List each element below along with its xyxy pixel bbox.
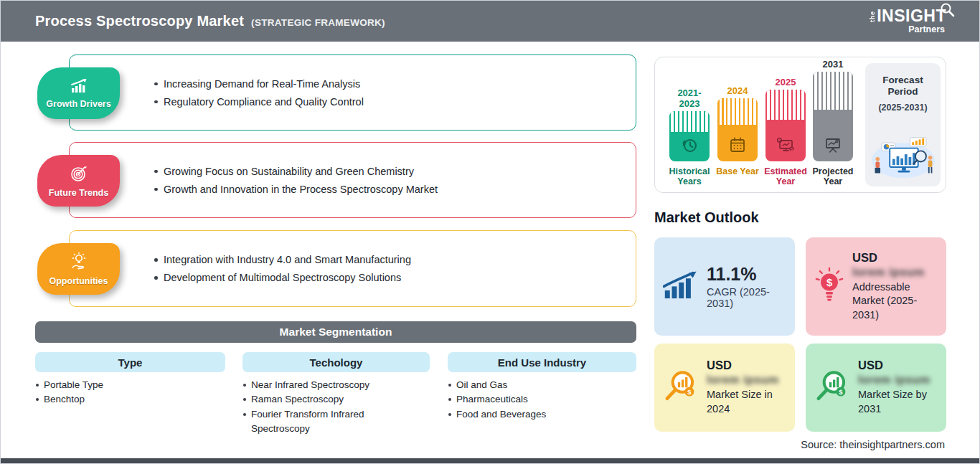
presentation-icon (823, 136, 843, 155)
research-timeline-card: 2021-2023 Historical Years 2024 Base Yea… (654, 57, 946, 193)
brand-logo-top: The INSIGHT (870, 8, 946, 24)
addressable-market-text: USD lorem ipsum Addressable Market (2025… (852, 251, 938, 323)
header-titles: Process Spectroscopy Market (STRATEGIC F… (35, 13, 385, 29)
bar: 2025 $ (765, 90, 806, 161)
forecast-period-range: (2025-2031) (878, 103, 927, 113)
timeline-bar-base: 2024 Base Year (716, 57, 759, 192)
opportunity-item: Integration with Industry 4.0 and Smart … (154, 254, 636, 265)
market-outlook-title: Market Outlook (654, 209, 759, 226)
timeline-caption: Base Year (713, 166, 762, 176)
lightbulb-hand-icon (69, 252, 89, 274)
brand-logo: The INSIGHT Partners (870, 8, 946, 34)
timeline-caption: Historical Years (665, 166, 714, 187)
calendar-icon (728, 136, 747, 155)
timeline-year: 2025 (765, 77, 806, 87)
growth-chart-icon (663, 270, 699, 303)
end-use-list: Oil and Gas Pharmaceuticals Food and Bev… (448, 378, 620, 422)
future-trends-badge: Future Trends (37, 155, 120, 207)
market-size-2031-card: $ USD lorem ipsum Market Size by 2031 (806, 344, 946, 432)
growth-drivers-badge: Growth Drivers (37, 67, 120, 119)
segment-header-label: Type (118, 356, 143, 369)
segment-header-end-use: End Use Industry (448, 352, 636, 372)
bar: 2031 (813, 72, 853, 161)
growth-driver-item: Regulatory Compliance and Quality Contro… (154, 96, 636, 108)
segment-header-label: End Use Industry (498, 356, 586, 369)
timeline-year: 2031 (813, 59, 853, 70)
future-trend-item: Growing Focus on Sustainability and Gree… (154, 166, 636, 177)
page-title: Process Spectroscopy Market (35, 13, 244, 29)
segment-header-label: Techology (310, 356, 363, 369)
timeline-bar-historical: 2021-2023 Historical Years (668, 57, 711, 192)
list-item: Pharmaceuticals (448, 392, 620, 407)
card-label: Market Size by 2031 (858, 388, 944, 416)
timeline-bar-estimated: 2025 $ Estimated Year (764, 57, 807, 192)
currency-label: USD (707, 359, 793, 372)
growth-driver-item: Increasing Demand for Real-Time Analysis (154, 78, 636, 90)
growth-drivers-box: Growth Drivers Increasing Demand for Rea… (69, 55, 636, 131)
page-subtitle: (STRATEGIC FRAMEWORK) (251, 17, 385, 28)
blurred-value: lorem ipsum (707, 374, 793, 387)
currency-label: USD (852, 251, 938, 265)
currency-label: USD (858, 359, 944, 372)
logo-insight-text: INSIGHT (877, 8, 946, 24)
forecast-period-panel: Forecast Period (2025-2031) (865, 63, 941, 186)
cagr-card: 11.1% CAGR (2025-2031) (654, 237, 795, 336)
clock-history-icon (680, 136, 699, 155)
svg-text:$: $ (687, 387, 692, 395)
svg-text:$: $ (791, 147, 793, 151)
list-item: Raman Spectroscopy (242, 392, 395, 407)
growth-drivers-label: Growth Drivers (46, 99, 110, 109)
list-item: Food and Beverages (448, 407, 620, 422)
list-item: Near Infrared Spectroscopy (242, 378, 395, 392)
list-item: Benchtop (35, 392, 215, 407)
blurred-value: lorem ipsum (852, 266, 938, 279)
addressable-market-card: $ USD lorem ipsum Addressable Market (20… (806, 237, 946, 336)
bar-chart-rising-icon (70, 78, 88, 97)
opportunities-label: Opportunities (50, 276, 108, 286)
future-trends-label: Future Trends (49, 188, 108, 198)
bar: 2024 (717, 98, 758, 161)
blurred-value: lorem ipsum (858, 374, 944, 387)
future-trends-box: Future Trends Growing Focus on Sustainab… (69, 142, 636, 218)
header: Process Spectroscopy Market (STRATEGIC F… (1, 1, 979, 42)
segment-header-technology: Techology (242, 352, 430, 372)
svg-text:$: $ (826, 277, 832, 288)
magnifier-chart-icon: $ (814, 369, 850, 407)
card-label: Market Size in 2024 (707, 388, 793, 416)
magnifier-chart-icon: $ (663, 369, 699, 407)
lightbulb-dollar-icon: $ (814, 267, 844, 306)
source-attribution: Source: theinsightpartners.com (801, 439, 945, 450)
market-size-2031-text: USD lorem ipsum Market Size by 2031 (858, 359, 944, 416)
segment-header-type: Type (35, 352, 225, 372)
type-list: Portable Type Benchtop (35, 378, 215, 407)
logo-the-text: The (870, 11, 876, 22)
market-size-2024-text: USD lorem ipsum Market Size in 2024 (707, 359, 793, 416)
market-size-2024-card: $ USD lorem ipsum Market Size in 2024 (654, 344, 795, 432)
opportunity-item: Development of Multimodal Spectroscopy S… (154, 272, 636, 283)
list-item: Oil and Gas (448, 378, 620, 392)
future-trend-item: Growth and Innovation in the Process Spe… (154, 184, 636, 195)
timeline-bar-projected: 2031 Projected Year (811, 57, 854, 192)
magnifier-icon (940, 2, 956, 20)
bar: 2021-2023 (669, 111, 710, 161)
cagr-label: CAGR (2025-2031) (707, 286, 786, 309)
list-item: Portable Type (35, 378, 215, 392)
market-segmentation-title: Market Segmentation (280, 326, 392, 338)
opportunities-badge: Opportunities (37, 243, 120, 295)
cagr-value: 11.1% (707, 264, 786, 285)
bottom-accent-bar (1, 458, 979, 463)
cagr-text: 11.1% CAGR (2025-2031) (707, 264, 786, 309)
timeline-caption: Estimated Year (761, 166, 810, 187)
card-label: Addressable Market (2025-2031) (852, 280, 938, 323)
slide: Process Spectroscopy Market (STRATEGIC F… (0, 0, 980, 464)
target-dart-icon (70, 164, 88, 186)
timeline-year: 2021-2023 (669, 87, 710, 109)
logo-partners-text: Partners (908, 25, 946, 34)
timeline-year: 2024 (717, 85, 758, 96)
list-item: Fourier Transform Infrared Spectroscopy (242, 407, 395, 437)
technology-list: Near Infrared Spectroscopy Raman Spectro… (242, 378, 395, 436)
svg-text:$: $ (839, 387, 843, 395)
opportunities-box: Opportunities Integration with Industry … (69, 230, 636, 307)
timeline-caption: Projected Year (809, 166, 857, 187)
forecast-period-title: Forecast Period (878, 75, 928, 98)
